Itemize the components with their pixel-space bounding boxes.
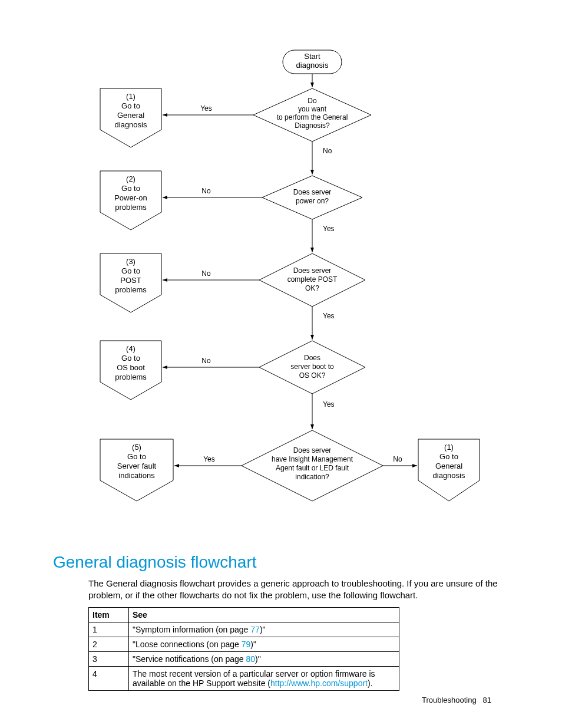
svg-text:you want: you want bbox=[298, 105, 327, 113]
svg-text:indications: indications bbox=[118, 471, 155, 480]
svg-text:POST: POST bbox=[120, 276, 141, 285]
svg-text:Yes: Yes bbox=[323, 225, 335, 233]
svg-text:have Insight Management: have Insight Management bbox=[272, 455, 353, 463]
table-cell-item: 2 bbox=[89, 637, 129, 652]
footer-section: Troubleshooting bbox=[422, 696, 477, 704]
svg-text:Go to: Go to bbox=[127, 452, 146, 461]
svg-text:(2): (2) bbox=[126, 174, 135, 183]
svg-text:Yes: Yes bbox=[200, 104, 212, 113]
svg-text:complete POST: complete POST bbox=[287, 275, 338, 284]
url-link[interactable]: http://www.hp.com/support bbox=[270, 678, 368, 688]
svg-text:No: No bbox=[393, 455, 402, 463]
offpage-power-on: (2) Go to Power-on problems bbox=[100, 171, 161, 230]
flowchart-svg: Start diagnosis Do you want to perform t… bbox=[0, 0, 562, 548]
page-link[interactable]: 77 bbox=[250, 625, 260, 634]
page-link[interactable]: 80 bbox=[246, 654, 256, 664]
table-row: 2 "Loose connections (on page 79)" bbox=[89, 637, 399, 652]
table-row: 1 "Symptom information (on page 77)" bbox=[89, 622, 399, 637]
table-cell-see: "Loose connections (on page 79)" bbox=[129, 637, 399, 652]
svg-text:Go to: Go to bbox=[121, 354, 140, 363]
svg-text:problems: problems bbox=[115, 373, 147, 381]
page-footer: Troubleshooting 81 bbox=[422, 696, 491, 704]
section-body: The General diagnosis flowchart provides… bbox=[88, 578, 513, 602]
svg-text:Does server: Does server bbox=[293, 266, 332, 275]
start-label-2: diagnosis bbox=[296, 61, 329, 70]
svg-text:Do: Do bbox=[308, 97, 317, 105]
svg-text:Yes: Yes bbox=[203, 455, 215, 463]
svg-text:power on?: power on? bbox=[296, 197, 329, 205]
svg-text:to perform the General: to perform the General bbox=[277, 113, 348, 121]
svg-text:No: No bbox=[323, 147, 332, 155]
svg-text:Go to: Go to bbox=[121, 101, 140, 110]
svg-text:Go to: Go to bbox=[121, 184, 140, 193]
offpage-os-boot: (4) Go to OS boot problems bbox=[100, 341, 161, 400]
svg-text:(1): (1) bbox=[444, 443, 454, 452]
table-cell-item: 3 bbox=[89, 652, 129, 667]
svg-text:OK?: OK? bbox=[305, 284, 319, 292]
svg-text:diagnosis: diagnosis bbox=[433, 471, 465, 480]
table-header-item: Item bbox=[89, 608, 129, 622]
svg-text:Server fault: Server fault bbox=[117, 462, 157, 470]
svg-text:Diagnosis?: Diagnosis? bbox=[295, 121, 330, 130]
table-cell-see: "Symptom information (on page 77)" bbox=[129, 622, 399, 637]
svg-text:Does server: Does server bbox=[293, 446, 332, 454]
svg-text:problems: problems bbox=[115, 285, 147, 294]
svg-text:Yes: Yes bbox=[323, 400, 335, 409]
offpage-server-fault: (5) Go to Server fault indications bbox=[100, 439, 173, 501]
svg-text:Go to: Go to bbox=[121, 266, 140, 275]
svg-text:diagnosis: diagnosis bbox=[115, 120, 147, 129]
svg-text:server boot to: server boot to bbox=[290, 363, 334, 371]
table-row: 3 "Service notifications (on page 80)" bbox=[89, 652, 399, 667]
table-cell-see: The most recent version of a particular … bbox=[129, 667, 399, 691]
table-cell-item: 1 bbox=[89, 622, 129, 637]
svg-text:No: No bbox=[201, 269, 211, 278]
table-cell-see: "Service notifications (on page 80)" bbox=[129, 652, 399, 667]
svg-text:(1): (1) bbox=[126, 92, 135, 101]
svg-text:Go to: Go to bbox=[439, 452, 458, 461]
page-link[interactable]: 79 bbox=[242, 640, 251, 649]
svg-text:General: General bbox=[435, 462, 462, 470]
svg-text:Power-on: Power-on bbox=[114, 193, 147, 202]
svg-text:No: No bbox=[201, 187, 211, 195]
start-label-1: Start bbox=[304, 52, 320, 61]
svg-text:indication?: indication? bbox=[295, 473, 329, 481]
offpage-post: (3) Go to POST problems bbox=[100, 253, 161, 312]
svg-text:Does: Does bbox=[304, 354, 320, 362]
footer-page-number: 81 bbox=[483, 696, 491, 704]
svg-text:No: No bbox=[201, 357, 211, 365]
svg-text:OS OK?: OS OK? bbox=[299, 371, 326, 380]
table-cell-item: 4 bbox=[89, 667, 129, 691]
svg-text:(4): (4) bbox=[126, 344, 135, 353]
reference-table: Item See 1 "Symptom information (on page… bbox=[88, 607, 399, 691]
svg-text:Yes: Yes bbox=[323, 312, 335, 320]
svg-text:(3): (3) bbox=[126, 257, 135, 266]
table-header-row: Item See bbox=[89, 608, 399, 622]
svg-text:General: General bbox=[117, 111, 144, 120]
table-header-see: See bbox=[129, 608, 399, 622]
svg-text:Does server: Does server bbox=[293, 188, 332, 196]
svg-text:Agent fault or LED fault: Agent fault or LED fault bbox=[276, 464, 349, 472]
section-heading: General diagnosis flowchart bbox=[53, 553, 257, 572]
svg-text:(5): (5) bbox=[132, 443, 141, 452]
table-row: 4 The most recent version of a particula… bbox=[89, 667, 399, 691]
svg-text:OS boot: OS boot bbox=[117, 363, 145, 372]
svg-text:problems: problems bbox=[115, 203, 147, 212]
offpage-general-diagnosis-right: (1) Go to General diagnosis bbox=[418, 439, 480, 501]
offpage-general-diagnosis: (1) Go to General diagnosis bbox=[100, 88, 161, 147]
